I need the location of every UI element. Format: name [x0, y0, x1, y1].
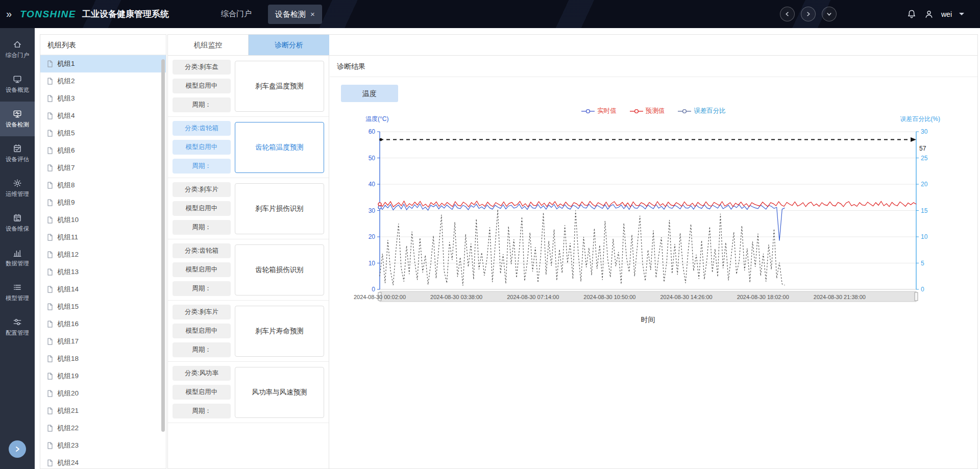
model-category-button[interactable]: 分类:刹车盘 — [173, 60, 231, 75]
sidebar-item-portal[interactable]: 综合门户 — [0, 32, 35, 67]
model-card[interactable]: 分类:刹车盘 模型启用中 周期： 刹车盘温度预测 — [168, 56, 329, 117]
model-card[interactable]: 分类:刹车片 模型启用中 周期： 刹车片损伤识别 — [168, 178, 329, 239]
unit-list-item[interactable]: 机组1 — [40, 55, 166, 72]
legend-item[interactable]: 误差百分比 — [678, 107, 726, 115]
tab-close-icon[interactable]: × — [310, 5, 315, 24]
unit-list-item[interactable]: 机组6 — [40, 142, 166, 159]
user-menu-caret-icon[interactable] — [959, 13, 964, 15]
nav-forward-button[interactable] — [801, 7, 816, 21]
username[interactable]: wei — [941, 10, 952, 18]
model-status-button[interactable]: 模型启用中 — [173, 262, 231, 277]
sidebar-item-data[interactable]: 数据管理 — [0, 240, 35, 275]
sidebar-item-config[interactable]: 配置管理 — [0, 310, 35, 344]
notification-bell-icon[interactable] — [906, 9, 917, 19]
sidebar-item-evaluate[interactable]: 设备评估 — [0, 136, 35, 171]
model-name-box[interactable]: 刹车片寿命预测 — [235, 306, 324, 357]
sidebar-item-maintain[interactable]: 设备维保 — [0, 206, 35, 240]
unit-label: 机组20 — [57, 389, 79, 398]
model-cycle-button[interactable]: 周期： — [173, 342, 231, 357]
unit-list-item[interactable]: 机组24 — [40, 454, 166, 469]
model-cycle-button[interactable]: 周期： — [173, 159, 231, 174]
unit-list-item[interactable]: 机组2 — [40, 72, 166, 90]
unit-list-item[interactable]: 机组4 — [40, 107, 166, 125]
model-card-tags: 分类:刹车片 模型启用中 周期： — [173, 182, 231, 235]
unit-list-item[interactable]: 机组19 — [40, 367, 166, 385]
model-category-button[interactable]: 分类:齿轮箱 — [173, 121, 231, 136]
model-cycle-button[interactable]: 周期： — [173, 220, 231, 235]
model-cycle-button[interactable]: 周期： — [173, 404, 231, 418]
model-cycle-button[interactable]: 周期： — [173, 281, 231, 296]
unit-list-item[interactable]: 机组17 — [40, 333, 166, 350]
model-cycle-button[interactable]: 周期： — [173, 97, 231, 112]
model-card[interactable]: 分类:风功率 模型启用中 周期： 风功率与风速预测 — [168, 362, 329, 423]
unit-list-item[interactable]: 机组13 — [40, 263, 166, 281]
tab-unit-monitor[interactable]: 机组监控 — [168, 35, 249, 55]
model-status-button[interactable]: 模型启用中 — [173, 140, 231, 155]
model-name-box[interactable]: 刹车片损伤识别 — [235, 183, 324, 234]
model-status-button[interactable]: 模型启用中 — [173, 324, 231, 338]
model-category-button[interactable]: 分类:风功率 — [173, 366, 231, 381]
doc-icon — [47, 320, 53, 328]
model-card-tags: 分类:齿轮箱 模型启用中 周期： — [173, 243, 231, 296]
doc-icon — [47, 390, 53, 397]
sidebar-item-overview[interactable]: 设备概览 — [0, 67, 35, 102]
nav-tab-portal[interactable]: 综合门户 — [221, 9, 252, 19]
unit-list-scrollbar[interactable] — [161, 59, 165, 432]
model-status-button[interactable]: 模型启用中 — [173, 201, 231, 216]
model-status-button[interactable]: 模型启用中 — [173, 385, 231, 400]
nav-back-button[interactable] — [780, 7, 795, 21]
legend-marker-icon — [630, 109, 643, 114]
unit-list-item[interactable]: 机组5 — [40, 125, 166, 142]
y-axis-right-name: 误差百分比(%) — [900, 115, 940, 122]
user-avatar-icon[interactable] — [924, 9, 934, 19]
model-status-button[interactable]: 模型启用中 — [173, 79, 231, 93]
datazoom-slider[interactable] — [380, 291, 916, 302]
unit-list-item[interactable]: 机组11 — [40, 229, 166, 246]
model-card[interactable]: 分类:刹车片 模型启用中 周期： 刹车片寿命预测 — [168, 301, 329, 362]
unit-list-item[interactable]: 机组9 — [40, 194, 166, 211]
model-card[interactable]: 分类:齿轮箱 模型启用中 周期： 齿轮箱温度预测 — [168, 117, 329, 178]
temperature-param-button[interactable]: 温度 — [341, 85, 398, 102]
unit-list-item[interactable]: 机组8 — [40, 177, 166, 194]
sidebar-collapse-button[interactable] — [9, 440, 26, 458]
model-card-list: 分类:刹车盘 模型启用中 周期： 刹车盘温度预测 分类:齿轮箱 模型启用中 周期… — [168, 56, 329, 468]
datazoom-handle-left[interactable] — [378, 292, 381, 301]
model-category-button[interactable]: 分类:刹车片 — [173, 182, 231, 197]
x-axis-title: 时间 — [641, 315, 655, 324]
unit-list-item[interactable]: 机组7 — [40, 159, 166, 177]
legend-marker-icon — [581, 109, 595, 114]
model-name-box[interactable]: 齿轮箱温度预测 — [235, 122, 324, 173]
unit-list-item[interactable]: 机组23 — [40, 437, 166, 454]
x-tick-label: 2024-08-30 07:14:00 — [507, 294, 559, 300]
sidebar-expand-icon[interactable]: » — [6, 0, 12, 28]
model-name-box[interactable]: 风功率与风速预测 — [235, 367, 324, 418]
tab-diagnosis[interactable]: 诊断分析 — [249, 35, 329, 55]
model-category-button[interactable]: 分类:齿轮箱 — [173, 243, 231, 258]
model-card[interactable]: 分类:齿轮箱 模型启用中 周期： 齿轮箱损伤识别 — [168, 239, 329, 301]
unit-list-item[interactable]: 机组12 — [40, 246, 166, 263]
legend-item[interactable]: 实时值 — [581, 107, 617, 115]
sidebar-item-ops[interactable]: 运维管理 — [0, 171, 35, 206]
sidebar-item-label: 设备评估 — [6, 156, 29, 163]
sidebar-item-label: 设备检测 — [6, 121, 29, 129]
unit-list-item[interactable]: 机组3 — [40, 90, 166, 107]
nav-tab-detect[interactable]: 设备检测 × — [268, 5, 322, 24]
doc-icon — [47, 95, 53, 102]
unit-list-item[interactable]: 机组14 — [40, 281, 166, 298]
model-name-box[interactable]: 齿轮箱损伤识别 — [235, 244, 324, 295]
unit-list-item[interactable]: 机组20 — [40, 385, 166, 402]
model-name-box[interactable]: 刹车盘温度预测 — [235, 61, 324, 112]
model-category-button[interactable]: 分类:刹车片 — [173, 305, 231, 319]
nav-tab-detect-label: 设备检测 — [275, 5, 306, 24]
unit-list-item[interactable]: 机组15 — [40, 298, 166, 315]
sidebar-item-detect[interactable]: 设备检测 — [0, 102, 35, 136]
unit-list-item[interactable]: 机组18 — [40, 350, 166, 367]
sidebar-item-model[interactable]: 模型管理 — [0, 275, 35, 310]
unit-list-item[interactable]: 机组16 — [40, 315, 166, 333]
unit-list-item[interactable]: 机组10 — [40, 211, 166, 229]
datazoom-handle-right[interactable] — [915, 292, 918, 301]
unit-list-item[interactable]: 机组22 — [40, 419, 166, 437]
tabs-dropdown-button[interactable] — [822, 7, 837, 21]
legend-item[interactable]: 预测值 — [630, 107, 665, 115]
unit-list-item[interactable]: 机组21 — [40, 402, 166, 419]
